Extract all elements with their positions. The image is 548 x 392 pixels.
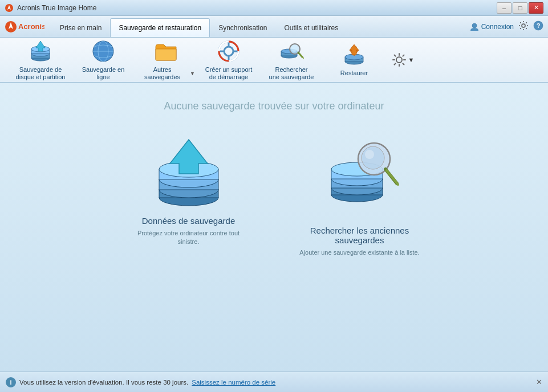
nav-tab-prise-en-main[interactable]: Prise en main (51, 18, 110, 37)
svg-point-52 (362, 146, 384, 169)
close-button[interactable]: ✕ (529, 2, 543, 14)
window-controls: – □ ✕ (497, 2, 543, 14)
svg-point-35 (396, 57, 402, 63)
card-donnees-title: Données de sauvegarde (142, 216, 235, 226)
titlebar: Acronis True Image Home – □ ✕ (0, 0, 548, 16)
card-donnees-desc: Protégez votre ordinateur contre tout si… (126, 229, 251, 247)
toolbar-autres-sauvegardes[interactable]: Autres sauvegardes ▼ (135, 39, 197, 81)
svg-point-4 (522, 24, 525, 27)
rechercher-sauvegarde-label: Rechercher une sauvegarde (269, 66, 314, 81)
svg-text:?: ? (537, 22, 541, 29)
toolbar: Sauvegarde de disque et partition Sauveg… (0, 38, 548, 83)
toolbar-creer-support[interactable]: Créer un support de démarrage (197, 39, 260, 81)
creer-support-label: Créer un support de démarrage (205, 66, 253, 81)
card-donnees-sauvegarde[interactable]: Données de sauvegarde Protégez votre ord… (126, 135, 251, 247)
svg-marker-34 (350, 44, 359, 55)
card-rechercher-anciennes[interactable]: Rechercher les anciennes sauvegardes Ajo… (297, 135, 423, 257)
svg-line-54 (387, 170, 398, 185)
svg-point-3 (472, 23, 477, 28)
autres-sauvegardes-label: Autres sauvegardes ▼ (137, 66, 195, 81)
acronis-logo: Acronis (5, 16, 44, 37)
window-title: Acronis True Image Home (17, 4, 497, 12)
card-rechercher-title: Rechercher les anciennes sauvegardes (310, 216, 409, 245)
nav-tab-sauvegarde-restauration[interactable]: Sauvegarde et restauration (110, 18, 210, 37)
svg-point-27 (291, 45, 298, 52)
toolbar-gear-extra[interactable]: ▼ (390, 47, 415, 72)
nav-tab-synchronisation[interactable]: Synchronisation (210, 18, 275, 37)
nav-tab-outils-utilitaires[interactable]: Outils et utilitaires (276, 18, 347, 37)
toolbar-sauvegarde-disque[interactable]: Sauvegarde de disque et partition (9, 39, 72, 81)
gear-dropdown-arrow: ▼ (408, 56, 415, 63)
search-backup-icon (279, 39, 304, 64)
svg-text:Acronis: Acronis (18, 22, 44, 31)
settings-icon[interactable] (518, 21, 529, 32)
autres-sauvegardes-icon (153, 39, 178, 64)
main-navbar: Acronis Prise en main Sauvegarde et rest… (0, 16, 548, 38)
info-icon: i (6, 377, 16, 387)
main-content: Aucune sauvegarde trouvée sur votre ordi… (0, 83, 548, 371)
svg-line-29 (299, 54, 303, 58)
svg-point-17 (224, 47, 233, 56)
bottombar-text: Vous utilisez la version d'évaluation. I… (19, 379, 188, 386)
nav-right-area: Connexion ? (470, 16, 543, 37)
toolbar-rechercher-sauvegarde[interactable]: Rechercher une sauvegarde (260, 39, 323, 81)
maximize-button[interactable]: □ (513, 2, 527, 14)
restaurer-label: Restaurer (340, 70, 368, 77)
backup-disk-icon (28, 39, 53, 64)
connexion-button[interactable]: Connexion (470, 23, 514, 31)
bottombar-close-button[interactable]: ✕ (536, 378, 542, 386)
toolbar-restaurer[interactable]: Restaurer (323, 39, 385, 81)
card-rechercher-icon (317, 135, 403, 209)
toolbar-sauvegarde-enligne[interactable]: Sauvegarde en ligne (72, 39, 135, 81)
autres-dropdown-arrow: ▼ (190, 71, 195, 77)
restore-icon (342, 42, 367, 67)
backup-online-icon (91, 39, 116, 64)
backup-disk-label: Sauvegarde de disque et partition (16, 66, 66, 81)
minimize-button[interactable]: – (497, 2, 512, 14)
create-media-icon (216, 39, 241, 64)
bottombar: i Vous utilisez la version d'évaluation.… (0, 371, 548, 392)
backup-online-label: Sauvegarde en ligne (82, 66, 125, 81)
cards-area: Données de sauvegarde Protégez votre ord… (126, 135, 423, 257)
serie-number-link[interactable]: Saisissez le numéro de série (192, 379, 275, 386)
card-rechercher-desc: Ajouter une sauvegarde existante à la li… (299, 248, 419, 257)
help-icon[interactable]: ? (533, 21, 543, 32)
svg-point-55 (365, 150, 374, 159)
no-backup-message: Aucune sauvegarde trouvée sur votre ordi… (164, 100, 384, 112)
app-icon (5, 3, 14, 13)
card-donnees-icon (146, 135, 232, 209)
